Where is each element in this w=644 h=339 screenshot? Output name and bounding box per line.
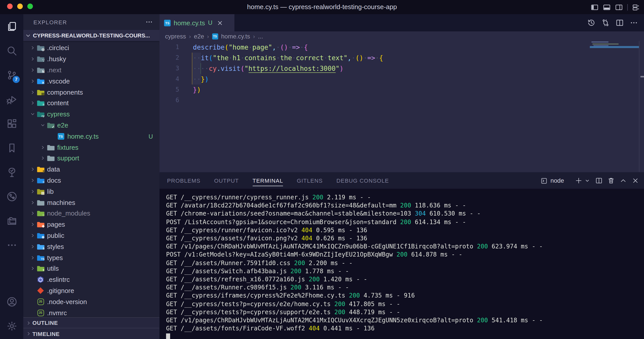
tree-item-content[interactable]: ≡content (23, 98, 159, 109)
kill-terminal-icon[interactable] (608, 177, 615, 184)
tree-item-fixtures[interactable]: fixtures (23, 142, 159, 153)
activity-item-source-control[interactable]: 7 (0, 63, 23, 87)
panel-tab-terminal[interactable]: TERMINAL (253, 173, 283, 189)
tab-bar: TS home.cy.ts U (159, 14, 644, 31)
account-icon (6, 296, 17, 307)
tree-item-e2e[interactable]: ✓e2e (23, 120, 159, 131)
extensions-icon (6, 118, 17, 129)
activity-item-gitlens[interactable] (0, 184, 23, 208)
terminal-line: GET /v1/pages/ChRDaHJvbWUvMTAzLjAuNTA2MC… (166, 242, 644, 250)
terminal-line: GET /chrome-variations/seed?osname=mac&c… (166, 210, 644, 218)
tree-item-node_modules[interactable]: ○node_modules (23, 208, 159, 219)
tree-item-label: .nvmrc (47, 309, 67, 316)
layout-customize-icon[interactable] (632, 3, 640, 11)
tree-item-lib[interactable]: ▤lib (23, 186, 159, 197)
activity-item-search[interactable] (0, 38, 23, 63)
search-icon (6, 45, 17, 56)
titlebar: home.cy.ts — cypress-realworld-testing-c… (0, 0, 644, 14)
tree-item-machines[interactable]: machines (23, 197, 159, 208)
window-title: home.cy.ts — cypress-realworld-testing-c… (0, 0, 644, 14)
tree-item-label: .circleci (47, 44, 69, 52)
explorer-more-actions-icon[interactable] (145, 18, 153, 26)
tree-item-.node-version[interactable]: JS.node-version (23, 296, 159, 307)
tree-item-styles[interactable]: sstyles (23, 241, 159, 252)
line-number: 2 (159, 53, 179, 63)
tree-item-components[interactable]: ▦components (23, 87, 159, 98)
activity-item-files[interactable] (0, 14, 23, 38)
tree-item-label: pages (47, 221, 65, 228)
maximize-panel-icon[interactable] (620, 177, 627, 184)
folder-icon-lib: ▤ (36, 188, 45, 195)
tree-item-public[interactable]: ⊕public (23, 230, 159, 241)
folder-icon-e2e: ✓ (47, 121, 55, 129)
terminal-output[interactable]: GET /__cypress/runner/cypress_runner.js … (159, 189, 644, 339)
tree-item-.next[interactable]: N.next (23, 65, 159, 76)
code-editor[interactable]: 1describe("home·page",·()·=>·{2··it("the… (159, 41, 644, 172)
history-icon[interactable] (587, 19, 595, 27)
breadcrumb-item-cypress[interactable]: cypress (165, 33, 186, 40)
panel-tab-problems[interactable]: PROBLEMS (167, 173, 200, 189)
layout-sidebar-right-icon[interactable] (615, 3, 623, 11)
tree-item-cypress[interactable]: cycypress (23, 109, 159, 120)
tree-item-label: components (47, 88, 83, 96)
file-tree: ◎.circleci∵.huskyN.next✕.vscode▦componen… (23, 43, 159, 318)
split-terminal-icon[interactable] (595, 177, 602, 184)
tree-item-.gitignore[interactable]: .gitignore (23, 285, 159, 296)
timeline-section-header[interactable]: TIMELINE (23, 328, 159, 339)
tree-item-.husky[interactable]: ∵.husky (23, 54, 159, 65)
minimap-slider[interactable] (590, 46, 639, 48)
layout-sidebar-left-icon[interactable] (591, 3, 598, 11)
more-actions-icon[interactable] (630, 19, 638, 27)
terminal-picker-icon[interactable] (584, 178, 590, 184)
breadcrumb-separator: › (253, 33, 255, 39)
tree-item-utils[interactable]: +utils (23, 263, 159, 274)
tab-home-cy-ts[interactable]: TS home.cy.ts U (159, 14, 234, 31)
tree-item-label: content (47, 99, 69, 107)
breadcrumb-item--[interactable]: ... (258, 33, 263, 40)
chevron-down-icon (38, 122, 47, 128)
tree-item-.nvmrc[interactable]: JS.nvmrc (23, 307, 159, 318)
new-terminal-icon[interactable] (575, 177, 582, 184)
activity-item-testing[interactable] (0, 160, 23, 184)
activity-item-run-debug[interactable] (0, 87, 23, 111)
close-panel-icon[interactable] (632, 177, 639, 184)
panel-tab-gitlens[interactable]: GITLENS (297, 173, 323, 189)
activity-item-more[interactable] (0, 233, 23, 257)
layout-panel-icon[interactable] (603, 3, 611, 11)
file-icon-nvmrc: JS (36, 309, 45, 316)
tree-item-types[interactable]: TStypes (23, 252, 159, 263)
tree-item-data[interactable]: ●data (23, 164, 159, 175)
editor-area: TS home.cy.ts U cypress›e2e›TShome.cy.ts… (159, 14, 644, 339)
tree-item-.circleci[interactable]: ◎.circleci (23, 43, 159, 54)
split-editor-icon[interactable] (616, 19, 624, 27)
tree-item-support[interactable]: support (23, 153, 159, 164)
close-tab-icon[interactable] (216, 19, 223, 26)
activity-item-project-folders[interactable] (0, 208, 23, 233)
tree-item-label: utils (47, 265, 59, 272)
breadcrumb-item-e2e[interactable]: e2e (194, 33, 204, 40)
tree-item-.vscode[interactable]: ✕.vscode (23, 76, 159, 87)
workspace-section-header[interactable]: CYPRESS-REALWORLD-TESTING-COURS... (23, 30, 159, 41)
activity-item-settings[interactable] (0, 314, 23, 338)
panel-tab-output[interactable]: OUTPUT (214, 173, 239, 189)
outline-section-header[interactable]: OUTLINE (23, 317, 159, 328)
breadcrumb-item-home-cy-ts[interactable]: home.cy.ts (221, 33, 250, 40)
timeline-label: TIMELINE (32, 331, 59, 337)
activity-item-bookmarks[interactable] (0, 136, 23, 160)
tree-item-docs[interactable]: ≡docs (23, 175, 159, 186)
tree-item-label: data (47, 165, 60, 173)
terminal-line: GET /v1/pages/ChRDaHJvbWUvMTAzLjAuNTA2MC… (166, 316, 644, 324)
activity-item-account[interactable] (0, 289, 23, 314)
chevron-right-icon (28, 178, 36, 183)
chevron-right-icon (24, 331, 32, 336)
tree-item-home.cy.ts[interactable]: TShome.cy.tsU (23, 131, 159, 142)
tree-item-.eslintrc[interactable]: .eslintrc (23, 274, 159, 285)
tree-item-pages[interactable]: ◆pages (23, 219, 159, 230)
panel-tab-debug-console[interactable]: DEBUG CONSOLE (336, 173, 389, 189)
terminal-shell-selector[interactable]: node (541, 177, 564, 184)
folder-icon-fixtures (47, 143, 55, 151)
separator (627, 4, 628, 10)
activity-item-extensions[interactable] (0, 111, 23, 136)
compare-changes-icon[interactable] (601, 19, 610, 27)
minimap[interactable] (590, 41, 639, 172)
